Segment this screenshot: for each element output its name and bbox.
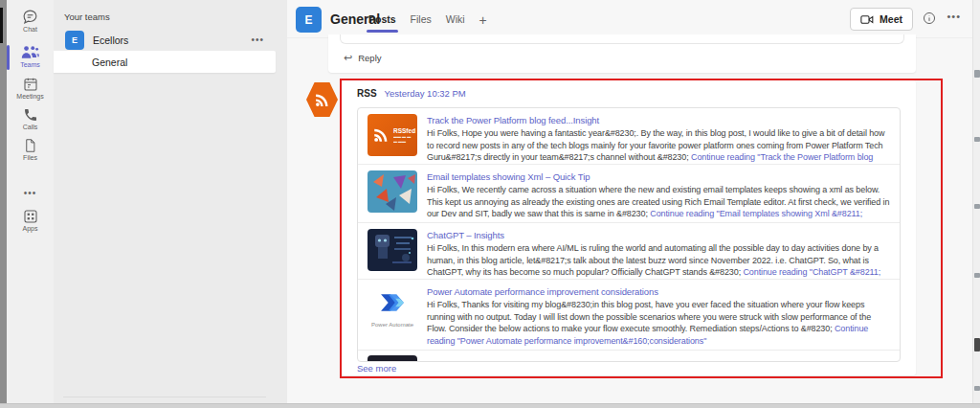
tab-files[interactable]: Files: [411, 13, 432, 33]
channel-tabs: Posts Files Wiki +: [368, 13, 487, 33]
sidebar-item-label: Files: [23, 154, 37, 162]
channel-name: General: [92, 57, 127, 68]
phone-icon: [23, 107, 38, 123]
rss-feed-list: RSSfed ▬▬ ▬ ▬▬ ▬▬ Track the Power Platfo…: [357, 107, 901, 362]
sidebar-item-label: Teams: [20, 61, 40, 69]
message-sender: RSS: [357, 88, 377, 99]
apps-icon: [23, 209, 38, 224]
vertical-scrollbar[interactable]: [972, 0, 980, 403]
teams-list-panel: Your teams E Ecellors ••• General: [54, 0, 287, 403]
sidebar-item-label: Apps: [23, 225, 38, 233]
channel-main-area: E General Posts Files Wiki + Meet ••• ↩ …: [287, 0, 972, 403]
scrollbar-mark: [974, 137, 980, 142]
ai-robot-thumbnail[interactable]: [368, 229, 417, 273]
teams-app-window: Chat Teams Meetings Calls Files ••• Apps…: [0, 0, 980, 408]
scrollbar-mark: [974, 273, 980, 278]
app-rail: Chat Teams Meetings Calls Files ••• Apps: [7, 0, 54, 403]
message-header: RSS Yesterday 10:32 PM: [357, 88, 466, 99]
sidebar-item-calls[interactable]: Calls: [7, 107, 54, 131]
channel-row-general[interactable]: General: [54, 51, 276, 73]
power-automate-logo-thumbnail[interactable]: Power Automate: [368, 285, 417, 344]
message-timestamp[interactable]: Yesterday 10:32 PM: [385, 88, 466, 99]
post-title-link[interactable]: Track the Power Platform blog feed...Ins…: [427, 114, 890, 126]
add-tab-button[interactable]: +: [479, 12, 487, 28]
teams-icon: [21, 44, 39, 60]
rss-bot-avatar: [306, 82, 338, 117]
rss-message-card: RSS Yesterday 10:32 PM RSSfed ▬▬ ▬ ▬▬ ▬▬: [342, 80, 916, 375]
tab-wiki[interactable]: Wiki: [446, 13, 465, 33]
reply-arrow-icon: ↩: [344, 52, 352, 64]
scrollbar-mark: [974, 338, 980, 351]
team-avatar: E: [65, 31, 84, 50]
window-bottom-edge: [0, 403, 980, 408]
reply-label: Reply: [358, 53, 381, 63]
post-body: Hi Folks, Thanks for visiting my blog&#8…: [427, 300, 871, 333]
clipped-thumbnail: [368, 355, 417, 362]
rss-feed-thumbnail[interactable]: RSSfed ▬▬ ▬ ▬▬ ▬▬: [368, 114, 417, 158]
team-row-ecellors[interactable]: E Ecellors •••: [56, 29, 285, 51]
window-edge-mark: [0, 8, 3, 43]
thumbnail-text: RSSfed: [393, 127, 415, 134]
feed-item: Power Automate Power Automate performanc…: [358, 279, 900, 350]
see-more-link[interactable]: See more: [357, 363, 396, 374]
sidebar-item-meetings[interactable]: Meetings: [7, 77, 54, 101]
header-more-button[interactable]: •••: [947, 11, 961, 22]
thumbnail-caption: Power Automate: [368, 322, 417, 328]
rss-icon: [372, 126, 390, 144]
reply-button[interactable]: ↩ Reply: [344, 52, 382, 64]
previous-message-card: ↩ Reply: [328, 34, 916, 73]
feed-item: ChatGPT – Insights Hi Folks, In this mod…: [358, 222, 900, 279]
sidebar-item-teams[interactable]: Teams: [7, 44, 54, 69]
channel-header: E General Posts Files Wiki + Meet •••: [287, 0, 972, 38]
video-camera-icon: [860, 14, 874, 25]
post-title-link[interactable]: Power Automate performance improvement c…: [427, 285, 890, 298]
scrollbar-mark: [974, 70, 980, 78]
power-automate-icon: [380, 292, 405, 313]
team-name: Ecellors: [93, 34, 251, 46]
panel-divider: [63, 397, 266, 397]
meet-button[interactable]: Meet: [850, 8, 913, 31]
sidebar-item-label: Calls: [23, 124, 38, 131]
sidebar-item-label: Chat: [23, 26, 37, 34]
calendar-icon: [23, 77, 38, 92]
chat-icon: [22, 9, 38, 25]
origami-shapes-thumbnail[interactable]: [368, 170, 417, 216]
info-icon[interactable]: [923, 11, 936, 29]
teams-list-title: Your teams: [64, 11, 110, 22]
rail-more-button[interactable]: •••: [7, 188, 54, 198]
scrollbar-mark: [974, 386, 980, 391]
team-more-button[interactable]: •••: [251, 34, 264, 45]
feed-item: Email templates showing Xml – Quick Tip …: [358, 164, 900, 222]
sidebar-item-chat[interactable]: Chat: [7, 9, 54, 34]
post-title-link[interactable]: Email templates showing Xml – Quick Tip: [427, 170, 890, 183]
file-icon: [23, 138, 37, 153]
post-title-link[interactable]: ChatGPT – Insights: [427, 229, 890, 241]
tab-posts[interactable]: Posts: [368, 13, 396, 33]
feed-item: RSSfed ▬▬ ▬ ▬▬ ▬▬ Track the Power Platfo…: [358, 108, 900, 164]
channel-avatar: E: [296, 7, 322, 33]
sidebar-item-files[interactable]: Files: [7, 138, 54, 162]
feed-item-clipped: [358, 350, 900, 362]
rss-icon: [314, 92, 330, 108]
previous-message-bubble: [340, 34, 904, 44]
window-edge-strip: [0, 0, 7, 408]
meet-button-label: Meet: [880, 13, 902, 25]
scrollbar-mark: [974, 204, 980, 209]
sidebar-item-apps[interactable]: Apps: [7, 209, 54, 233]
sidebar-item-label: Meetings: [16, 93, 43, 101]
